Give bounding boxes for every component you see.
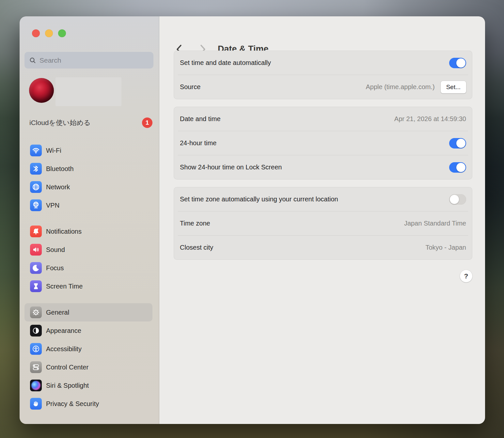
settings-group: Set time zone automatically using your c… bbox=[174, 187, 472, 260]
search-icon bbox=[29, 57, 36, 64]
vpn-icon bbox=[30, 199, 42, 211]
show-24-hour-lock-screen-toggle[interactable] bbox=[449, 162, 466, 173]
sidebar-item-focus[interactable]: Focus bbox=[24, 259, 152, 277]
sidebar-section: Wi-FiBluetoothNetworkVPN bbox=[24, 141, 152, 214]
settings-group: Set time and date automaticallySourceApp… bbox=[174, 51, 472, 99]
row-label: Date and time bbox=[180, 115, 221, 123]
row-controls bbox=[449, 58, 466, 68]
notifications-icon bbox=[30, 226, 42, 237]
row-controls: Japan Standard Time bbox=[404, 220, 466, 227]
close-button[interactable] bbox=[32, 29, 40, 37]
screen-time-icon bbox=[30, 280, 42, 292]
sidebar-item-label: Privacy & Security bbox=[46, 400, 99, 408]
row-value: Tokyo - Japan bbox=[425, 244, 466, 251]
toggle-knob bbox=[456, 58, 465, 68]
sidebar-item-label: Sound bbox=[46, 246, 65, 254]
settings-groups: Set time and date automaticallySourceApp… bbox=[174, 51, 472, 267]
window-controls bbox=[32, 29, 66, 37]
settings-row-time-zone: Time zoneJapan Standard Time bbox=[174, 211, 472, 235]
icloud-banner-label: iCloudを使い始める bbox=[29, 118, 91, 127]
date-time-pane: Date & Time Set time and date automatica… bbox=[159, 16, 485, 424]
sidebar-item-sound[interactable]: Sound bbox=[24, 241, 152, 259]
row-value: Apple (time.apple.com.) bbox=[366, 83, 434, 91]
sidebar-item-label: VPN bbox=[46, 202, 59, 209]
row-label: Show 24-hour time on Lock Screen bbox=[180, 164, 282, 171]
sidebar-item-bluetooth[interactable]: Bluetooth bbox=[24, 160, 152, 178]
settings-row-date-and-time: Date and timeApr 21, 2026 at 14:59:30 bbox=[174, 107, 472, 131]
control-center-icon bbox=[30, 361, 42, 373]
sound-icon bbox=[30, 244, 42, 256]
sidebar-item-network[interactable]: Network bbox=[24, 178, 152, 196]
sidebar-item-label: General bbox=[46, 309, 69, 316]
toggle-knob bbox=[450, 195, 459, 204]
sidebar-section: NotificationsSoundFocusScreen Time bbox=[24, 222, 152, 295]
search-input[interactable]: Search bbox=[24, 52, 153, 69]
sidebar-nav: Wi-FiBluetoothNetworkVPNNotificationsSou… bbox=[24, 141, 152, 421]
focus-icon bbox=[30, 262, 42, 274]
network-icon bbox=[30, 181, 42, 193]
sidebar-item-label: Focus bbox=[46, 264, 64, 272]
sidebar-item-label: Wi-Fi bbox=[46, 147, 61, 154]
help-button[interactable]: ? bbox=[460, 270, 472, 282]
sidebar-item-label: Bluetooth bbox=[46, 165, 74, 173]
zoom-button[interactable] bbox=[58, 29, 66, 37]
settings-group: Date and timeApr 21, 2026 at 14:59:3024-… bbox=[174, 107, 472, 180]
appearance-icon bbox=[30, 325, 42, 336]
sidebar-item-label: Siri & Spotlight bbox=[46, 382, 89, 389]
row-controls: Apple (time.apple.com.)Set... bbox=[366, 81, 466, 93]
settings-row-closest-city: Closest cityTokyo - Japan bbox=[174, 236, 472, 259]
sidebar-item-siri-spotlight[interactable]: Siri & Spotlight bbox=[24, 376, 152, 395]
sidebar-item-accessibility[interactable]: Accessibility bbox=[24, 340, 152, 358]
sidebar-item-label: Notifications bbox=[46, 228, 82, 235]
settings-row-source: SourceApple (time.apple.com.)Set... bbox=[174, 75, 472, 99]
sidebar-item-label: Appearance bbox=[46, 327, 81, 335]
row-value: Apr 21, 2026 at 14:59:30 bbox=[394, 115, 466, 123]
sidebar: Search iCloudを使い始める 1 Wi-FiBluetoothNetw… bbox=[20, 16, 159, 424]
sidebar-item-vpn[interactable]: VPN bbox=[24, 196, 152, 214]
row-label: Source bbox=[180, 83, 200, 91]
row-label: Set time and date automatically bbox=[180, 59, 271, 67]
set-time-auto-toggle[interactable] bbox=[449, 58, 466, 68]
wifi-icon bbox=[30, 145, 42, 156]
row-controls bbox=[449, 194, 466, 205]
source-set-button[interactable]: Set... bbox=[441, 81, 466, 93]
row-controls bbox=[449, 162, 466, 173]
row-controls: Apr 21, 2026 at 14:59:30 bbox=[394, 115, 466, 123]
set-time-zone-auto-toggle[interactable] bbox=[449, 194, 466, 205]
sidebar-item-screen-time[interactable]: Screen Time bbox=[24, 277, 152, 295]
row-label: Time zone bbox=[180, 220, 210, 227]
sidebar-item-notifications[interactable]: Notifications bbox=[24, 222, 152, 241]
row-label: 24-hour time bbox=[180, 139, 216, 147]
toggle-knob bbox=[456, 139, 465, 148]
row-label: Closest city bbox=[180, 244, 213, 251]
settings-row-show-24-hour-lock-screen: Show 24-hour time on Lock Screen bbox=[174, 155, 472, 179]
search-placeholder: Search bbox=[39, 56, 61, 64]
settings-row-24-hour-time: 24-hour time bbox=[174, 131, 472, 155]
sidebar-item-privacy-security[interactable]: Privacy & Security bbox=[24, 395, 152, 413]
sidebar-item-control-center[interactable]: Control Center bbox=[24, 358, 152, 376]
row-label: Set time zone automatically using your c… bbox=[180, 196, 338, 203]
sidebar-item-appearance[interactable]: Appearance bbox=[24, 321, 152, 340]
system-settings-window: Search iCloudを使い始める 1 Wi-FiBluetoothNetw… bbox=[20, 16, 485, 424]
row-value: Japan Standard Time bbox=[404, 220, 466, 227]
account-name-placeholder bbox=[55, 77, 121, 106]
24-hour-time-toggle[interactable] bbox=[449, 138, 466, 149]
privacy-security-icon bbox=[30, 398, 42, 410]
sidebar-item-label: Screen Time bbox=[46, 283, 83, 290]
toggle-knob bbox=[456, 163, 465, 172]
settings-row-set-time-auto: Set time and date automatically bbox=[174, 51, 472, 75]
general-icon bbox=[30, 306, 42, 318]
sidebar-item-label: Accessibility bbox=[46, 345, 82, 353]
avatar[interactable] bbox=[29, 78, 54, 103]
accessibility-icon bbox=[30, 343, 42, 355]
sidebar-item-wifi[interactable]: Wi-Fi bbox=[24, 141, 152, 160]
sidebar-item-general[interactable]: General bbox=[24, 303, 152, 321]
sidebar-item-label: Network bbox=[46, 183, 70, 191]
row-controls bbox=[449, 138, 466, 149]
sidebar-item-label: Control Center bbox=[46, 364, 88, 371]
sidebar-section: GeneralAppearanceAccessibilityControl Ce… bbox=[24, 303, 152, 413]
settings-row-set-time-zone-auto: Set time zone automatically using your c… bbox=[174, 187, 472, 211]
bluetooth-icon bbox=[30, 163, 42, 175]
minimize-button[interactable] bbox=[45, 29, 53, 37]
sidebar-item-icloud-banner[interactable]: iCloudを使い始める 1 bbox=[29, 117, 152, 128]
